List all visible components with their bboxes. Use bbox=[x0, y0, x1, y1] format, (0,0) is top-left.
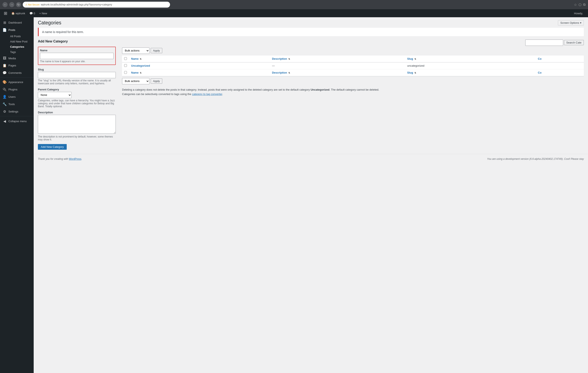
top-bulk-actions-select[interactable]: Bulk actions bbox=[122, 48, 149, 54]
slug-footer-sort-arrows: ⇅ bbox=[414, 72, 416, 74]
default-category-text: Uncategorized bbox=[311, 88, 330, 91]
screen-options-button[interactable]: Screen Options ▾ bbox=[558, 20, 584, 25]
search-categories-input[interactable] bbox=[525, 40, 563, 46]
sidebar-item-plugins[interactable]: 🔌 Plugins bbox=[0, 86, 34, 93]
comments-count: 0 bbox=[34, 12, 35, 15]
admin-bar-new[interactable]: + New bbox=[37, 9, 49, 17]
sidebar-item-media[interactable]: 🖼 Media bbox=[0, 55, 34, 62]
collapse-icon: ◀ bbox=[2, 119, 7, 123]
col-footer-slug[interactable]: Slug ⇅ bbox=[405, 69, 536, 76]
top-apply-button[interactable]: Apply bbox=[151, 48, 162, 53]
sidebar-item-users[interactable]: 👤 Users bbox=[0, 93, 34, 101]
search-categories-button[interactable]: Search Cate bbox=[564, 40, 584, 45]
sidebar-item-add-new-post[interactable]: Add New Post bbox=[8, 39, 34, 44]
slug-input[interactable] bbox=[38, 72, 116, 78]
plugins-icon: 🔌 bbox=[2, 88, 7, 91]
sidebar-divider-2 bbox=[0, 116, 34, 116]
parent-select[interactable]: None bbox=[38, 92, 72, 98]
convert-note-text: Categories can be selectively converted … bbox=[122, 92, 192, 96]
categories-table-area: Search Cate Bulk actions Apply bbox=[122, 40, 584, 150]
sidebar-item-all-posts[interactable]: All Posts bbox=[8, 34, 34, 39]
description-textarea[interactable] bbox=[38, 115, 116, 134]
not-secure-label: Not Secure bbox=[28, 3, 40, 6]
sidebar-item-posts[interactable]: 📄 Posts bbox=[0, 26, 34, 34]
slug-sort-arrows: ⇅ bbox=[414, 58, 416, 60]
sidebar-item-tools-label: Tools bbox=[8, 103, 15, 106]
category-to-tag-link[interactable]: category to tag converter bbox=[192, 92, 222, 96]
sidebar-collapse-menu[interactable]: ◀ Collapse menu bbox=[0, 117, 34, 125]
sidebar-item-tools[interactable]: 🔧 Tools bbox=[0, 101, 34, 108]
col-header-description[interactable]: Description ⇅ bbox=[270, 56, 405, 62]
dashboard-icon: ⊞ bbox=[2, 20, 7, 25]
sidebar-item-dashboard[interactable]: ⊞ Dashboard bbox=[0, 19, 34, 26]
description-label: Description bbox=[38, 111, 116, 114]
bottom-bulk-actions-select[interactable]: Bulk actions bbox=[122, 78, 149, 84]
select-all-checkbox[interactable] bbox=[124, 57, 127, 60]
wp-logo[interactable]: ⊞ bbox=[2, 10, 8, 16]
col-footer-name[interactable]: Name ⇅ bbox=[129, 69, 270, 76]
wp-footer: Thank you for creating with WordPress. Y… bbox=[34, 154, 588, 164]
bottom-bulk-actions-bar: Bulk actions Apply bbox=[122, 78, 584, 84]
sidebar-item-tags[interactable]: Tags bbox=[8, 50, 34, 55]
footer-right: You are using a development version (6.6… bbox=[487, 158, 584, 161]
forward-button[interactable]: → bbox=[9, 2, 14, 7]
parent-label: Parent Category bbox=[38, 88, 116, 91]
sidebar-item-users-label: Users bbox=[8, 95, 16, 98]
wordpress-link[interactable]: WordPress bbox=[69, 158, 81, 161]
row-checkbox[interactable] bbox=[124, 64, 127, 67]
not-secure-indicator: ⚠ Not Secure bbox=[25, 3, 40, 6]
back-button[interactable]: ← bbox=[2, 2, 8, 7]
tab-button[interactable]: ⧉ bbox=[583, 3, 586, 7]
sidebar-item-categories[interactable]: Categories bbox=[8, 44, 34, 50]
collapse-label: Collapse menu bbox=[8, 120, 27, 123]
sidebar-item-settings-label: Settings bbox=[8, 110, 18, 113]
bottom-apply-button[interactable]: Apply bbox=[151, 78, 162, 84]
col-footer-count: Co bbox=[536, 69, 584, 76]
refresh-button[interactable]: ↻ bbox=[16, 2, 21, 7]
search-bar: Search Cate bbox=[525, 40, 584, 46]
notice-message: A name is required for this term. bbox=[42, 30, 580, 34]
delete-note2-text: . The default category cannot be deleted… bbox=[329, 88, 379, 91]
bookmark-button[interactable]: ☆ bbox=[574, 3, 577, 7]
extensions-button[interactable]: ⬡ bbox=[578, 3, 581, 7]
sidebar-item-pages-label: Pages bbox=[8, 64, 16, 67]
sidebar-item-comments[interactable]: 💬 Comments bbox=[0, 69, 34, 77]
col-name-footer-label: Name bbox=[131, 71, 138, 74]
categories-table: Name ⇅ Description ⇅ Slug ⇅ bbox=[122, 56, 584, 76]
description-footer-sort-arrows: ⇅ bbox=[288, 72, 290, 74]
col-name-label: Name bbox=[131, 57, 138, 60]
wp-sidebar: ⊞ Dashboard 📄 Posts All Posts Add New Po… bbox=[0, 17, 34, 373]
footer-left: Thank you for creating with WordPress. bbox=[38, 158, 82, 161]
new-label: + New bbox=[39, 12, 47, 15]
col-footer-description[interactable]: Description ⇅ bbox=[270, 69, 405, 76]
sidebar-item-appearance[interactable]: 🎨 Appearance bbox=[0, 78, 34, 86]
sidebar-item-pages[interactable]: 📋 Pages bbox=[0, 62, 34, 69]
add-form-title: Add New Category bbox=[38, 40, 116, 43]
table-header-row: Name ⇅ Description ⇅ Slug ⇅ bbox=[122, 56, 584, 62]
admin-bar-site[interactable]: 🏠 wptrunk bbox=[9, 9, 27, 17]
site-name: wptrunk bbox=[16, 12, 25, 15]
col-header-slug[interactable]: Slug ⇅ bbox=[405, 56, 536, 62]
select-all-footer-checkbox[interactable] bbox=[124, 71, 127, 74]
row-slug-cell: uncategorized bbox=[405, 62, 536, 69]
table-row: Uncategorized — uncategorized bbox=[122, 62, 584, 69]
sidebar-item-appearance-label: Appearance bbox=[8, 81, 23, 84]
sidebar-item-dashboard-label: Dashboard bbox=[8, 21, 22, 24]
col-slug-label: Slug bbox=[407, 57, 413, 60]
add-new-category-button[interactable]: Add New Category bbox=[38, 144, 67, 150]
category-name-link[interactable]: Uncategorized bbox=[131, 64, 150, 67]
address-bar[interactable]: ⚠ Not Secure wptrunk.local/build/wp-admi… bbox=[23, 2, 170, 8]
col-header-name[interactable]: Name ⇅ bbox=[129, 56, 270, 62]
col-count-footer-label: Co bbox=[538, 71, 542, 74]
name-input[interactable] bbox=[40, 53, 114, 59]
category-table-body: Uncategorized — uncategorized bbox=[122, 62, 584, 69]
admin-bar-comments[interactable]: 💬 0 bbox=[27, 9, 37, 17]
url-display: wptrunk.local/build/wp-admin/edit-tags.p… bbox=[41, 3, 112, 6]
description-hint: The description is not prominent by defa… bbox=[38, 135, 116, 141]
sidebar-item-settings[interactable]: ⚙ Settings bbox=[0, 108, 34, 115]
info-text: Deleting a category does not delete the … bbox=[122, 88, 584, 97]
slug-label: Slug bbox=[38, 68, 116, 71]
select-all-footer bbox=[122, 69, 129, 76]
col-header-count: Co bbox=[536, 56, 584, 62]
sidebar-item-posts-label: Posts bbox=[8, 28, 15, 31]
